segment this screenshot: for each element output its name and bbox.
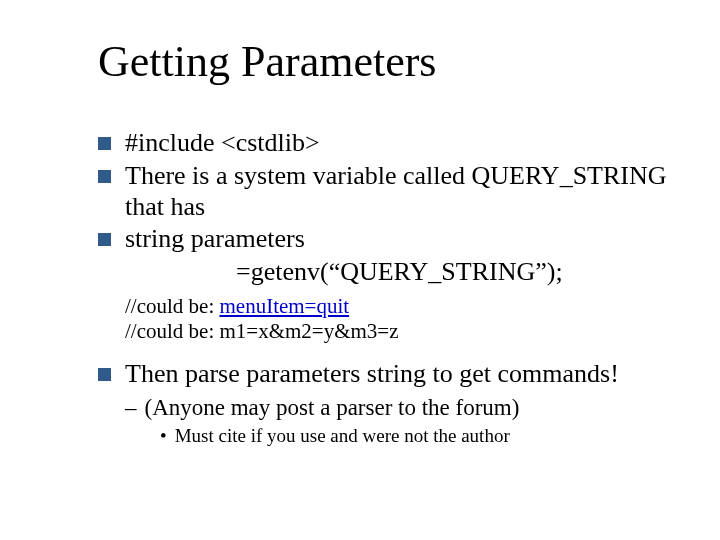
sub-bullet-text: Must cite if you use and were not the au… — [175, 425, 510, 447]
slide-body: #include <cstdlib> There is a system var… — [98, 128, 672, 447]
bullet-square-icon — [98, 137, 111, 150]
comment-line: //could be: menuItem=quit — [125, 294, 672, 320]
slide: Getting Parameters #include <cstdlib> Th… — [0, 0, 720, 540]
bullet-item: string parameters — [98, 224, 672, 255]
sub-bullet-dash: – (Anyone may post a parser to the forum… — [125, 394, 672, 421]
comment-block: //could be: menuItem=quit //could be: m1… — [125, 294, 672, 345]
bullet-text: There is a system variable called QUERY_… — [125, 161, 672, 222]
bullet-text: Then parse parameters string to get comm… — [125, 359, 672, 390]
bullet-item: There is a system variable called QUERY_… — [98, 161, 672, 222]
dash-icon: – — [125, 394, 137, 421]
bullet-text: string parameters — [125, 224, 672, 255]
bullet-square-icon — [98, 233, 111, 246]
comment-link[interactable]: menuItem=quit — [219, 294, 349, 318]
sub-bullet-text: (Anyone may post a parser to the forum) — [145, 394, 520, 421]
comment-prefix: //could be: — [125, 294, 219, 318]
dot-icon: • — [160, 425, 167, 447]
bullet-text: #include <cstdlib> — [125, 128, 672, 159]
bullet-square-icon — [98, 170, 111, 183]
bullet-square-icon — [98, 368, 111, 381]
bullet-item: #include <cstdlib> — [98, 128, 672, 159]
slide-title: Getting Parameters — [98, 38, 672, 86]
bullet-item: Then parse parameters string to get comm… — [98, 359, 672, 390]
comment-line: //could be: m1=x&m2=y&m3=z — [125, 319, 672, 345]
code-line: =getenv(“QUERY_STRING”); — [236, 257, 672, 288]
sub-bullet-dot: • Must cite if you use and were not the … — [160, 425, 672, 447]
